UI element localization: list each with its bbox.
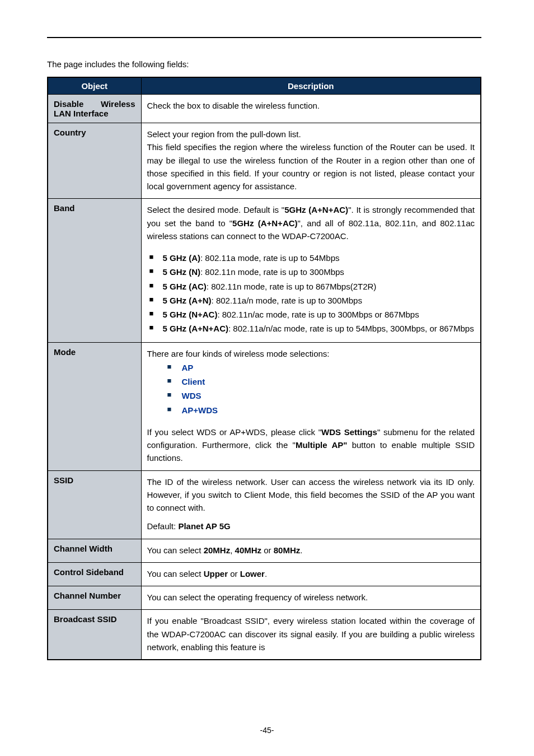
- band-item-t: : 802.11a/n mode, rate is up to 300Mbps: [212, 296, 362, 305]
- cwidth-mid1: ,: [230, 545, 235, 555]
- band-item-t: : 802.11n mode, rate is up to 300Mbps: [200, 267, 344, 277]
- sideband-b1: Upper: [204, 569, 228, 578]
- mode-note-pre: If you select WDS or AP+WDS, please clic…: [147, 427, 322, 437]
- obj-broadcast-ssid: Broadcast SSID: [48, 610, 141, 660]
- list-item: Client: [167, 375, 475, 388]
- desc-channel-width: You can select 20MHz, 40MHz or 80MHz.: [141, 539, 481, 562]
- band-item-t: : 802.11a/n/ac mode, rate is up to 54Mbp…: [228, 324, 474, 333]
- table-row: Channel Number You can select the operat…: [48, 586, 481, 610]
- cwidth-post: .: [300, 545, 302, 555]
- desc-disable: Check the box to disable the wireless fu…: [141, 95, 481, 123]
- band-list: 5 GHz (A): 802.11a mode, rate is up to 5…: [147, 251, 475, 335]
- ssid-default-pre: Default:: [147, 521, 179, 531]
- list-item: 5 GHz (N): 802.11n mode, rate is up to 3…: [149, 265, 475, 278]
- cwidth-b1: 20MHz: [204, 545, 231, 555]
- cnum-text: You can select the operating frequency o…: [147, 591, 475, 604]
- band-item-t: : 802.11n mode, rate is up to 867Mbps(2T…: [207, 282, 377, 291]
- col-header-object: Object: [48, 77, 141, 95]
- sideband-post: .: [265, 569, 267, 578]
- col-header-description: Description: [141, 77, 481, 95]
- table-row: Control Sideband You can select Upper or…: [48, 562, 481, 586]
- list-item: 5 GHz (A+N+AC): 802.11a/n/ac mode, rate …: [149, 322, 475, 335]
- sideband-b2: Lower: [240, 569, 265, 578]
- cwidth-b3: 80MHz: [274, 545, 301, 555]
- ssid-default: Default: Planet AP 5G: [147, 520, 475, 533]
- table-row: Band Select the desired mode. Default is…: [48, 199, 481, 342]
- mode-list: AP Client WDS AP+WDS: [147, 361, 475, 417]
- page-number: -45-: [0, 726, 534, 735]
- desc-ssid: The ID of the wireless network. User can…: [141, 470, 481, 539]
- mode-opt: AP: [182, 363, 194, 372]
- cwidth-mid2: or: [261, 545, 274, 555]
- obj-channel-width: Channel Width: [48, 539, 141, 562]
- band-item-b: 5 GHz (A): [163, 253, 201, 263]
- band-item-b: 5 GHz (AC): [163, 282, 207, 291]
- table-row: Mode There are four kinds of wireless mo…: [48, 342, 481, 470]
- mode-opt: Client: [182, 377, 205, 386]
- obj-mode: Mode: [48, 342, 141, 470]
- desc-mode: There are four kinds of wireless mode se…: [141, 342, 481, 470]
- band-intro-pre: Select the desired mode. Default is ": [147, 205, 285, 214]
- desc-channel-number: You can select the operating frequency o…: [141, 586, 481, 610]
- mode-note-b2: Multiple AP": [296, 440, 347, 450]
- mode-note: If you select WDS or AP+WDS, please clic…: [147, 426, 475, 465]
- obj-disable: Disable Wireless LAN Interface: [48, 95, 141, 123]
- desc-country: Select your region from the pull-down li…: [141, 123, 481, 199]
- band-item-t: : 802.11n/ac mode, rate is up to 300Mbps…: [217, 310, 419, 319]
- table-row: SSID The ID of the wireless network. Use…: [48, 470, 481, 539]
- table-row: Disable Wireless LAN Interface Check the…: [48, 95, 481, 123]
- intro-text: The page includes the following fields:: [47, 59, 481, 69]
- cwidth-b2: 40MHz: [235, 545, 262, 555]
- desc-broadcast-ssid: If you enable "Broadcast SSID", every wi…: [141, 610, 481, 660]
- obj-control-sideband: Control Sideband: [48, 562, 141, 586]
- mode-note-b1: WDS Settings: [321, 427, 377, 437]
- band-intro: Select the desired mode. Default is "5GH…: [147, 203, 475, 242]
- list-item: AP: [167, 361, 475, 374]
- list-item: 5 GHz (N+AC): 802.11n/ac mode, rate is u…: [149, 308, 475, 321]
- ssid-default-b: Planet AP 5G: [178, 521, 230, 531]
- obj-band: Band: [48, 199, 141, 342]
- mode-opt: AP+WDS: [182, 405, 218, 415]
- band-item-t: : 802.11a mode, rate is up to 54Mbps: [200, 253, 340, 263]
- band-item-b: 5 GHz (A+N+AC): [163, 324, 229, 333]
- mode-intro: There are four kinds of wireless mode se…: [147, 347, 475, 360]
- desc-country-text: Select your region from the pull-down li…: [147, 128, 475, 193]
- obj-country: Country: [48, 123, 141, 199]
- sideband-pre: You can select: [147, 569, 204, 578]
- band-item-b: 5 GHz (A+N): [163, 296, 212, 305]
- band-intro-b2: 5GHz (A+N+AC): [232, 218, 297, 228]
- desc-control-sideband: You can select Upper or Lower.: [141, 562, 481, 586]
- fields-table: Object Description Disable Wireless LAN …: [47, 77, 481, 660]
- list-item: 5 GHz (A): 802.11a mode, rate is up to 5…: [149, 251, 475, 264]
- band-item-b: 5 GHz (N+AC): [163, 310, 218, 319]
- table-row: Channel Width You can select 20MHz, 40MH…: [48, 539, 481, 562]
- cwidth-pre: You can select: [147, 545, 204, 555]
- list-item: 5 GHz (AC): 802.11n mode, rate is up to …: [149, 280, 475, 293]
- list-item: WDS: [167, 389, 475, 402]
- bssid-text: If you enable "Broadcast SSID", every wi…: [147, 614, 475, 654]
- obj-channel-number: Channel Number: [48, 586, 141, 610]
- mode-opt: WDS: [182, 391, 202, 400]
- cwidth-text: You can select 20MHz, 40MHz or 80MHz.: [147, 544, 475, 557]
- table-row: Country Select your region from the pull…: [48, 123, 481, 199]
- sideband-mid: or: [228, 569, 240, 578]
- top-rule: [47, 37, 481, 38]
- band-item-b: 5 GHz (N): [163, 267, 201, 277]
- table-row: Broadcast SSID If you enable "Broadcast …: [48, 610, 481, 660]
- list-item: AP+WDS: [167, 404, 475, 417]
- desc-disable-text: Check the box to disable the wireless fu…: [147, 99, 475, 112]
- ssid-desc: The ID of the wireless network. User can…: [147, 475, 475, 515]
- desc-band: Select the desired mode. Default is "5GH…: [141, 199, 481, 342]
- band-intro-b1: 5GHz (A+N+AC): [284, 205, 348, 214]
- list-item: 5 GHz (A+N): 802.11a/n mode, rate is up …: [149, 294, 475, 307]
- obj-ssid: SSID: [48, 470, 141, 539]
- sideband-text: You can select Upper or Lower.: [147, 567, 475, 580]
